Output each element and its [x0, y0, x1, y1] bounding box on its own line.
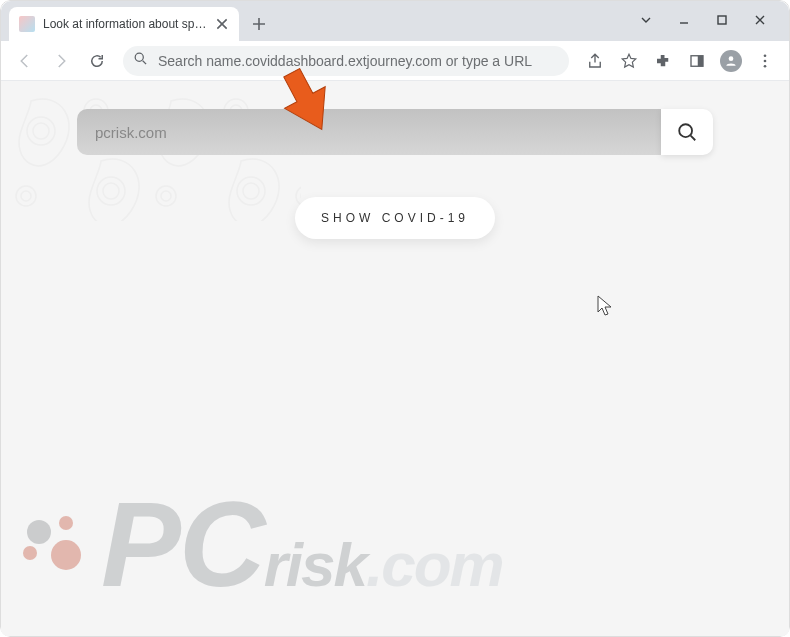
svg-point-18 [679, 124, 692, 137]
svg-point-7 [764, 64, 767, 67]
close-window-button[interactable] [743, 7, 777, 33]
browser-window: Look at information about spread [0, 0, 790, 637]
titlebar: Look at information about spread [1, 1, 789, 41]
window-controls [629, 7, 781, 41]
share-button[interactable] [579, 45, 611, 77]
address-bar[interactable]: Search name.coviddashboard.extjourney.co… [123, 46, 569, 76]
tab-title: Look at information about spread [43, 17, 207, 31]
sidepanel-button[interactable] [681, 45, 713, 77]
bookmark-button[interactable] [613, 45, 645, 77]
search-input-wrapper [77, 109, 661, 155]
svg-point-4 [729, 56, 734, 61]
search-input[interactable] [95, 124, 643, 141]
search-bar [77, 109, 713, 155]
watermark-logo: PC risk.com [23, 493, 767, 600]
browser-tab[interactable]: Look at information about spread [9, 7, 239, 41]
window-dropdown-button[interactable] [629, 7, 663, 33]
page-content: SHOW COVID-19 PC risk.com [1, 81, 789, 636]
background-pattern [1, 81, 301, 231]
reload-button[interactable] [81, 45, 113, 77]
search-icon [133, 51, 148, 70]
minimize-button[interactable] [667, 7, 701, 33]
forward-button[interactable] [45, 45, 77, 77]
svg-point-1 [135, 53, 143, 61]
extensions-button[interactable] [647, 45, 679, 77]
svg-rect-0 [718, 16, 726, 24]
tab-favicon [19, 16, 35, 32]
svg-point-6 [764, 59, 767, 62]
back-button[interactable] [9, 45, 41, 77]
toolbar: Search name.coviddashboard.extjourney.co… [1, 41, 789, 81]
svg-rect-17 [1, 81, 301, 231]
close-tab-button[interactable] [215, 17, 229, 31]
address-bar-text: Search name.coviddashboard.extjourney.co… [158, 53, 532, 69]
maximize-button[interactable] [705, 7, 739, 33]
show-covid-button[interactable]: SHOW COVID-19 [295, 197, 495, 239]
new-tab-button[interactable] [245, 10, 273, 38]
profile-button[interactable] [715, 45, 747, 77]
menu-button[interactable] [749, 45, 781, 77]
cursor-icon [597, 295, 613, 317]
search-button[interactable] [661, 109, 713, 155]
svg-point-5 [764, 54, 767, 57]
svg-rect-3 [698, 55, 703, 66]
